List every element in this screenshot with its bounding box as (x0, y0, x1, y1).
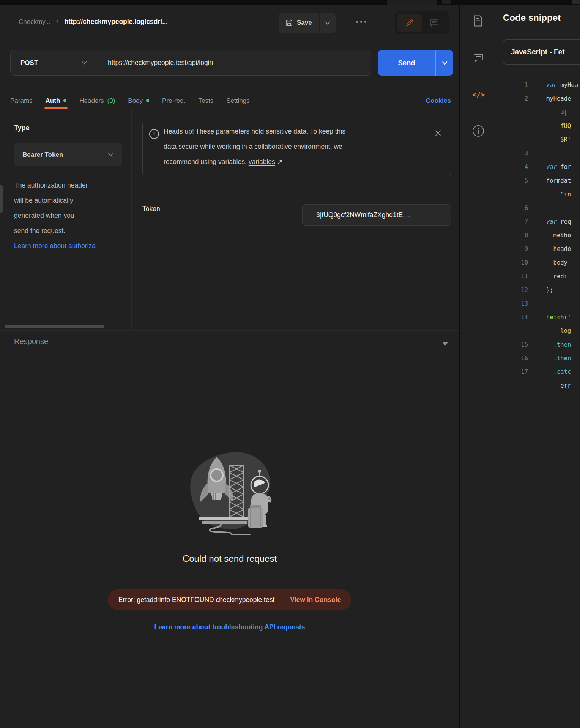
code-line: 17.catc (503, 365, 580, 379)
auth-column-divider (131, 109, 132, 330)
info-icon (472, 125, 484, 137)
breadcrumb-collection[interactable]: Checkmy... (19, 18, 50, 26)
method-select[interactable]: POST (11, 50, 97, 75)
token-ellipsis: … (403, 211, 410, 219)
tab-params[interactable]: Params (10, 93, 33, 109)
modified-dot-icon (146, 99, 149, 102)
line-number: 16 (503, 351, 528, 365)
horizontal-scrollbar-thumb[interactable] (5, 325, 104, 328)
warning-line-2: data secure while working in a collabora… (164, 139, 429, 154)
tab-settings[interactable]: Settings (226, 93, 249, 109)
auth-type-select[interactable]: Bearer Token (14, 143, 122, 166)
line-number: 5 (503, 174, 528, 188)
code-line: 4var for (503, 160, 580, 174)
request-tab-notch[interactable] (387, 0, 437, 5)
token-label: Token (142, 205, 160, 213)
code-text: var req (546, 215, 580, 228)
url-input[interactable]: https://checkmypeople.test/api/login (97, 50, 371, 75)
code-editor[interactable]: 1var myHea2myHeade3|fUQSR'34var for5form… (503, 78, 580, 392)
cookies-link[interactable]: Cookies (426, 93, 451, 109)
auth-description-lines: The authorization headerwill be automati… (14, 178, 129, 238)
code-text: metho (546, 228, 580, 242)
code-line: 8metho (503, 228, 580, 242)
auth-description-line: send the request. (14, 223, 129, 238)
tab-auth[interactable]: Auth (46, 93, 67, 109)
left-scrollbar-thumb[interactable] (0, 185, 3, 213)
code-text: log (546, 324, 580, 338)
auth-learn-more-link[interactable]: Learn more about authoriza (14, 238, 129, 254)
app-window: Checkmy... / http://checkmypeople.logics… (0, 0, 580, 728)
code-line: SR' (503, 133, 580, 147)
rocket-illustration (184, 450, 279, 535)
window-tab-strip (0, 0, 580, 5)
line-number: 14 (503, 310, 528, 324)
code-button[interactable]: </> (472, 88, 485, 101)
pencil-icon (405, 18, 414, 27)
auth-type-label: Type (14, 124, 30, 132)
line-number (503, 324, 528, 338)
save-menu-button[interactable] (320, 13, 336, 33)
more-actions-button[interactable] (356, 21, 366, 23)
error-banner: Error: getaddrinfo ENOTFOUND checkmypeop… (108, 589, 351, 610)
tab-count-badge: (9) (107, 97, 115, 105)
save-button[interactable]: Save (279, 13, 319, 33)
code-text: }; (546, 283, 580, 297)
code-line: 3 (503, 147, 580, 160)
edit-button[interactable] (397, 14, 422, 32)
auth-description-line: will be automatically (14, 193, 129, 208)
auth-description-line: The authorization header (14, 178, 129, 193)
code-line: 11redi (503, 269, 580, 283)
tab-headers[interactable]: Headers(9) (79, 93, 115, 109)
code-line: 5formdat (503, 174, 580, 188)
info-button[interactable] (472, 124, 485, 137)
code-line: 14fetch(' (503, 310, 580, 324)
code-text: SR' (546, 133, 580, 147)
chevron-down-icon (442, 61, 448, 65)
tab-prereq[interactable]: Pre-req. (162, 93, 185, 109)
troubleshooting-link[interactable]: Learn more about troubleshooting API req… (0, 623, 459, 631)
comments-button[interactable] (422, 18, 447, 28)
tabs-items: ParamsAuthHeaders(9)BodyPre-req.TestsSet… (10, 93, 250, 109)
view-in-console-button[interactable]: View in Console (290, 596, 341, 604)
documentation-button[interactable] (472, 14, 485, 27)
code-line: "in (503, 188, 580, 201)
line-number: 1 (503, 78, 528, 92)
tab-body[interactable]: Body (128, 93, 149, 109)
header-vertical-divider (385, 13, 385, 33)
breadcrumb-request-name[interactable]: http://checkmypeople.logicsdri... (65, 18, 168, 26)
code-text: .then (546, 338, 580, 351)
line-number: 12 (503, 283, 528, 297)
tab-label: Params (10, 97, 33, 105)
line-number (503, 133, 528, 147)
warning-icon: ! (149, 129, 159, 139)
code-snippet-panel: </> Code snippet JavaScript - Fet 1var m… (460, 0, 580, 728)
comments-rail-button[interactable] (472, 52, 485, 65)
code-brackets-icon: </> (472, 90, 484, 99)
variables-link[interactable]: variables (249, 158, 275, 165)
code-text: "in (546, 188, 580, 201)
chevron-down-icon (108, 153, 113, 157)
code-line: 9heade (503, 242, 580, 256)
code-text (546, 297, 580, 310)
chevron-down-icon (325, 21, 330, 25)
save-button-group: Save (279, 13, 336, 33)
token-input[interactable]: 3|fUQ0gcf2NWmifaZXghd1tE … (302, 204, 451, 226)
header-divider (0, 39, 459, 39)
breadcrumb: Checkmy... / http://checkmypeople.logics… (19, 5, 168, 39)
send-menu-button[interactable] (436, 50, 453, 76)
code-text: fUQ (546, 119, 580, 133)
language-select[interactable]: JavaScript - Fet (503, 39, 580, 65)
close-icon[interactable] (434, 129, 442, 137)
warning-text: Heads up! These parameters hold sensitiv… (164, 124, 429, 169)
tab-tests[interactable]: Tests (199, 93, 214, 109)
send-button[interactable]: Send (378, 50, 436, 76)
tab-label: Body (128, 97, 143, 105)
partial-tab-notch (442, 0, 451, 4)
request-url-bar: POST https://checkmypeople.test/api/logi… (10, 50, 371, 76)
tab-label: Settings (226, 97, 249, 105)
tab-label: Tests (199, 97, 214, 105)
auth-description-line: generated when you (14, 208, 129, 223)
token-value: 3|fUQ0gcf2NWmifaZXghd1tE (316, 211, 403, 219)
collapse-response-icon[interactable] (442, 342, 448, 346)
line-number: 7 (503, 215, 528, 228)
